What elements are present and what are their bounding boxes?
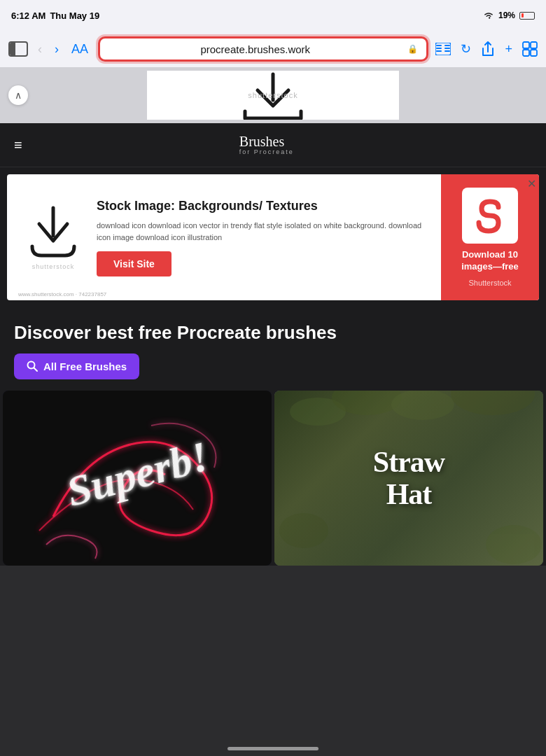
url-bar[interactable]: procreate.brushes.work 🔒 [98, 36, 428, 62]
prev-page-image: shutterstock [147, 71, 399, 120]
main-heading: Discover best free Procreate brushes [0, 307, 546, 354]
svg-text:Superb!: Superb! [62, 432, 214, 515]
svg-rect-8 [531, 42, 537, 48]
svg-rect-10 [531, 50, 537, 56]
ad-url: www.shutterstock.com · 742237857 [18, 291, 106, 298]
home-indicator [227, 747, 318, 750]
site-content: ≡ Brushes for Procreate ✕ shutterstock [0, 123, 546, 566]
ad-icon-area: shutterstock [18, 204, 88, 270]
ad-close-button[interactable]: ✕ [527, 177, 536, 190]
svg-rect-5 [444, 50, 450, 52]
brush-card-superb[interactable]: Superb! [3, 391, 272, 566]
ad-right-sub: Shutterstock [468, 279, 511, 287]
reload-button[interactable]: ↻ [461, 41, 471, 57]
aa-button[interactable]: AA [69, 39, 91, 59]
ad-download-icon [22, 204, 85, 260]
time: 6:12 AM [11, 10, 46, 21]
browser-right-buttons: ↻ + [435, 41, 538, 57]
svg-rect-9 [523, 50, 529, 56]
collapse-button[interactable]: ∧ [8, 85, 28, 105]
svg-rect-7 [523, 42, 529, 48]
straw-hat-text: StrawHat [373, 446, 444, 510]
status-right: 19% [483, 10, 535, 20]
tabs-button[interactable] [522, 41, 538, 57]
svg-line-14 [34, 368, 38, 372]
svg-point-21 [486, 525, 542, 564]
page-content: ∧ shutterstock ≡ Brushes for Procreate ✕ [0, 67, 546, 756]
ad-description: download icon download icon vector in tr… [97, 220, 430, 243]
svg-rect-1 [436, 48, 442, 49]
status-bar: 6:12 AM Thu May 19 19% [0, 0, 546, 31]
prev-page-peek: ∧ shutterstock [0, 67, 546, 123]
shutterstock-watermark: shutterstock [248, 91, 298, 99]
visit-site-button[interactable]: Visit Site [97, 251, 172, 276]
forward-button[interactable]: › [52, 39, 62, 59]
wifi-icon [483, 11, 494, 20]
battery-icon [519, 12, 535, 20]
search-icon [27, 360, 38, 372]
url-text: procreate.brushes.work [108, 43, 402, 55]
ad-title: Stock Image: Backgrounds/ Textures [97, 198, 430, 214]
ad-text-area: Stock Image: Backgrounds/ Textures downl… [97, 198, 430, 276]
svg-rect-0 [436, 45, 442, 46]
ad-banner: ✕ shutterstock Stock Image: Backgrounds/… [7, 174, 539, 300]
share-button[interactable] [481, 41, 495, 57]
neon-preview: Superb! [3, 391, 272, 566]
new-tab-button[interactable]: + [505, 42, 512, 57]
shutterstock-logo [462, 188, 518, 244]
filter-area: All Free Brushes [0, 354, 546, 391]
ad-right-text: Download 10 images—free [452, 249, 528, 273]
svg-point-19 [451, 391, 535, 415]
all-brushes-button[interactable]: All Free Brushes [14, 354, 139, 379]
sidebar-button[interactable] [8, 41, 28, 57]
svg-point-20 [279, 513, 328, 548]
brush-card-straw-hat[interactable]: StrawHat [274, 391, 543, 566]
battery-percent: 19% [498, 10, 515, 20]
date: Thu May 19 [50, 10, 99, 21]
hamburger-menu[interactable]: ≡ [14, 137, 22, 153]
back-button[interactable]: ‹ [35, 39, 45, 59]
svg-point-18 [391, 391, 454, 420]
straw-hat-preview: StrawHat [274, 391, 543, 566]
ad-left: shutterstock Stock Image: Backgrounds/ T… [7, 174, 441, 300]
ad-shutterstock-label: shutterstock [32, 263, 75, 270]
svg-rect-2 [436, 50, 442, 52]
browser-chrome: ‹ › AA procreate.brushes.work 🔒 ↻ + [0, 31, 546, 67]
brush-grid: Superb! [0, 391, 546, 566]
lock-icon: 🔒 [407, 44, 418, 54]
svg-rect-3 [444, 45, 450, 46]
site-nav: ≡ Brushes for Procreate [0, 123, 546, 167]
reader-view-icon[interactable] [435, 43, 451, 55]
ad-right: Download 10 images—free Shutterstock [441, 174, 539, 300]
svg-rect-4 [444, 48, 450, 49]
status-left: 6:12 AM Thu May 19 [11, 10, 99, 21]
site-logo: Brushes for Procreate [239, 134, 294, 155]
